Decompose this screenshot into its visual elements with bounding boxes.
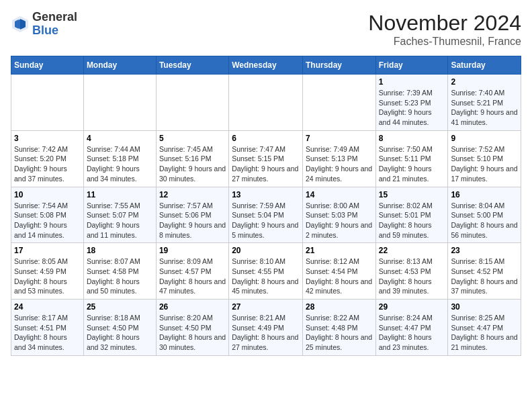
day-number: 3 — [14, 134, 81, 143]
day-info: Sunrise: 7:39 AM Sunset: 5:23 PM Dayligh… — [379, 88, 445, 128]
day-number: 22 — [379, 246, 445, 255]
day-number: 15 — [379, 190, 445, 199]
day-info: Sunrise: 8:22 AM Sunset: 4:48 PM Dayligh… — [306, 313, 373, 353]
day-info: Sunrise: 8:21 AM Sunset: 4:49 PM Dayligh… — [232, 313, 300, 353]
calendar-header-row: SundayMondayTuesdayWednesdayThursdayFrid… — [11, 56, 521, 75]
month-title: November 2024 — [368, 11, 521, 36]
day-cell: 15Sunrise: 8:02 AM Sunset: 5:01 PM Dayli… — [375, 187, 448, 243]
day-number: 21 — [306, 246, 373, 255]
day-info: Sunrise: 7:44 AM Sunset: 5:18 PM Dayligh… — [87, 144, 153, 184]
day-number: 11 — [87, 190, 153, 199]
week-row-4: 17Sunrise: 8:05 AM Sunset: 4:59 PM Dayli… — [11, 243, 521, 300]
day-cell: 1Sunrise: 7:39 AM Sunset: 5:23 PM Daylig… — [375, 75, 448, 131]
day-number: 7 — [306, 134, 373, 143]
day-number: 8 — [379, 134, 445, 143]
week-row-3: 10Sunrise: 7:54 AM Sunset: 5:08 PM Dayli… — [11, 187, 521, 243]
day-cell: 22Sunrise: 8:13 AM Sunset: 4:53 PM Dayli… — [375, 243, 448, 300]
day-info: Sunrise: 8:02 AM Sunset: 5:01 PM Dayligh… — [379, 201, 445, 240]
day-number: 30 — [451, 302, 518, 312]
day-number: 13 — [232, 190, 300, 199]
day-info: Sunrise: 7:40 AM Sunset: 5:21 PM Dayligh… — [451, 88, 518, 128]
day-cell: 13Sunrise: 7:59 AM Sunset: 5:04 PM Dayli… — [229, 187, 303, 243]
day-cell: 12Sunrise: 7:57 AM Sunset: 5:06 PM Dayli… — [156, 187, 228, 243]
day-info: Sunrise: 8:15 AM Sunset: 4:52 PM Dayligh… — [451, 257, 518, 296]
day-info: Sunrise: 8:24 AM Sunset: 4:47 PM Dayligh… — [379, 313, 445, 353]
header-saturday: Saturday — [448, 56, 521, 75]
day-info: Sunrise: 8:10 AM Sunset: 4:55 PM Dayligh… — [232, 257, 300, 296]
day-info: Sunrise: 7:47 AM Sunset: 5:15 PM Dayligh… — [232, 144, 300, 184]
header-friday: Friday — [375, 56, 448, 75]
day-info: Sunrise: 8:05 AM Sunset: 4:59 PM Dayligh… — [14, 257, 81, 296]
day-cell: 20Sunrise: 8:10 AM Sunset: 4:55 PM Dayli… — [229, 243, 303, 300]
day-info: Sunrise: 7:42 AM Sunset: 5:20 PM Dayligh… — [14, 144, 81, 184]
day-number: 26 — [159, 302, 226, 312]
day-cell — [11, 75, 84, 131]
day-cell: 2Sunrise: 7:40 AM Sunset: 5:21 PM Daylig… — [448, 75, 521, 131]
day-info: Sunrise: 7:54 AM Sunset: 5:08 PM Dayligh… — [14, 201, 81, 240]
day-cell: 6Sunrise: 7:47 AM Sunset: 5:15 PM Daylig… — [229, 130, 303, 187]
day-cell: 17Sunrise: 8:05 AM Sunset: 4:59 PM Dayli… — [11, 243, 84, 300]
location-title: Faches-Thumesnil, France — [368, 36, 521, 48]
day-cell: 30Sunrise: 8:25 AM Sunset: 4:47 PM Dayli… — [448, 300, 521, 356]
day-number: 19 — [159, 246, 226, 255]
day-cell: 9Sunrise: 7:52 AM Sunset: 5:10 PM Daylig… — [448, 130, 521, 187]
calendar-table: SundayMondayTuesdayWednesdayThursdayFrid… — [11, 56, 521, 356]
day-info: Sunrise: 7:59 AM Sunset: 5:04 PM Dayligh… — [232, 201, 300, 240]
day-cell: 26Sunrise: 8:20 AM Sunset: 4:50 PM Dayli… — [156, 300, 228, 356]
week-row-1: 1Sunrise: 7:39 AM Sunset: 5:23 PM Daylig… — [11, 75, 521, 131]
logo-text: General Blue — [32, 11, 77, 38]
day-info: Sunrise: 8:07 AM Sunset: 4:58 PM Dayligh… — [87, 257, 153, 296]
day-cell: 23Sunrise: 8:15 AM Sunset: 4:52 PM Dayli… — [448, 243, 521, 300]
day-cell: 27Sunrise: 8:21 AM Sunset: 4:49 PM Dayli… — [229, 300, 303, 356]
day-cell: 3Sunrise: 7:42 AM Sunset: 5:20 PM Daylig… — [11, 130, 84, 187]
logo: General Blue — [11, 11, 77, 38]
day-cell: 5Sunrise: 7:45 AM Sunset: 5:16 PM Daylig… — [156, 130, 228, 187]
header-tuesday: Tuesday — [156, 56, 228, 75]
header-monday: Monday — [83, 56, 156, 75]
day-cell: 18Sunrise: 8:07 AM Sunset: 4:58 PM Dayli… — [83, 243, 156, 300]
day-info: Sunrise: 7:57 AM Sunset: 5:06 PM Dayligh… — [159, 201, 226, 240]
day-number: 17 — [14, 246, 81, 255]
day-number: 12 — [159, 190, 226, 199]
day-info: Sunrise: 8:13 AM Sunset: 4:53 PM Dayligh… — [379, 257, 445, 296]
day-cell: 11Sunrise: 7:55 AM Sunset: 5:07 PM Dayli… — [83, 187, 156, 243]
day-cell — [156, 75, 228, 131]
day-number: 23 — [451, 246, 518, 255]
day-cell: 7Sunrise: 7:49 AM Sunset: 5:13 PM Daylig… — [302, 130, 375, 187]
header-sunday: Sunday — [11, 56, 84, 75]
day-info: Sunrise: 8:25 AM Sunset: 4:47 PM Dayligh… — [451, 313, 518, 353]
day-number: 27 — [232, 302, 300, 312]
day-number: 2 — [451, 77, 518, 87]
day-cell: 16Sunrise: 8:04 AM Sunset: 5:00 PM Dayli… — [448, 187, 521, 243]
day-number: 20 — [232, 246, 300, 255]
day-info: Sunrise: 8:17 AM Sunset: 4:51 PM Dayligh… — [14, 313, 81, 353]
day-info: Sunrise: 8:20 AM Sunset: 4:50 PM Dayligh… — [159, 313, 226, 353]
week-row-5: 24Sunrise: 8:17 AM Sunset: 4:51 PM Dayli… — [11, 300, 521, 356]
day-cell: 4Sunrise: 7:44 AM Sunset: 5:18 PM Daylig… — [83, 130, 156, 187]
day-info: Sunrise: 7:55 AM Sunset: 5:07 PM Dayligh… — [87, 201, 153, 240]
day-info: Sunrise: 8:18 AM Sunset: 4:50 PM Dayligh… — [87, 313, 153, 353]
day-number: 18 — [87, 246, 153, 255]
header-thursday: Thursday — [302, 56, 375, 75]
day-info: Sunrise: 7:52 AM Sunset: 5:10 PM Dayligh… — [451, 144, 518, 184]
logo-icon — [11, 15, 30, 34]
day-info: Sunrise: 8:12 AM Sunset: 4:54 PM Dayligh… — [306, 257, 373, 296]
day-cell: 24Sunrise: 8:17 AM Sunset: 4:51 PM Dayli… — [11, 300, 84, 356]
day-number: 25 — [87, 302, 153, 312]
day-info: Sunrise: 8:00 AM Sunset: 5:03 PM Dayligh… — [306, 201, 373, 240]
day-number: 28 — [306, 302, 373, 312]
day-cell: 21Sunrise: 8:12 AM Sunset: 4:54 PM Dayli… — [302, 243, 375, 300]
day-cell — [229, 75, 303, 131]
day-cell — [302, 75, 375, 131]
day-number: 9 — [451, 134, 518, 143]
day-info: Sunrise: 7:49 AM Sunset: 5:13 PM Dayligh… — [306, 144, 373, 184]
day-info: Sunrise: 8:09 AM Sunset: 4:57 PM Dayligh… — [159, 257, 226, 296]
day-number: 5 — [159, 134, 226, 143]
day-cell: 8Sunrise: 7:50 AM Sunset: 5:11 PM Daylig… — [375, 130, 448, 187]
day-cell: 28Sunrise: 8:22 AM Sunset: 4:48 PM Dayli… — [302, 300, 375, 356]
day-cell: 10Sunrise: 7:54 AM Sunset: 5:08 PM Dayli… — [11, 187, 84, 243]
day-number: 24 — [14, 302, 81, 312]
day-number: 1 — [379, 77, 445, 87]
day-number: 6 — [232, 134, 300, 143]
title-section: November 2024 Faches-Thumesnil, France — [368, 11, 521, 48]
